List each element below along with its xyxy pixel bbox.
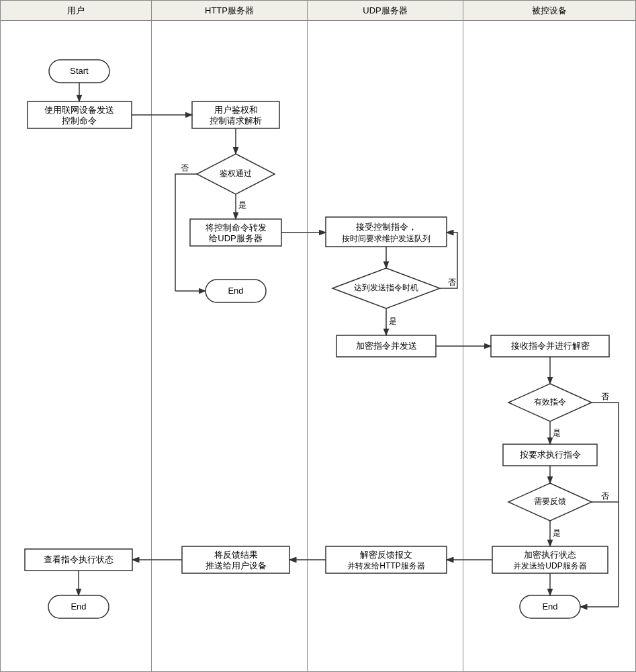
lane-header-udp: UDP服务器 [308,1,463,20]
lane-user [1,21,152,671]
swimlane-body [1,21,635,671]
lane-header-user: 用户 [1,1,152,20]
swimlane-diagram: 用户 HTTP服务器 UDP服务器 被控设备 Start 使用联网设备发送 控制… [0,0,636,672]
lane-header-device: 被控设备 [463,1,635,20]
lane-udp [308,21,463,671]
lane-device [463,21,635,671]
lane-http [152,21,308,671]
swimlane-header: 用户 HTTP服务器 UDP服务器 被控设备 [1,1,635,21]
lane-header-http: HTTP服务器 [152,1,308,20]
